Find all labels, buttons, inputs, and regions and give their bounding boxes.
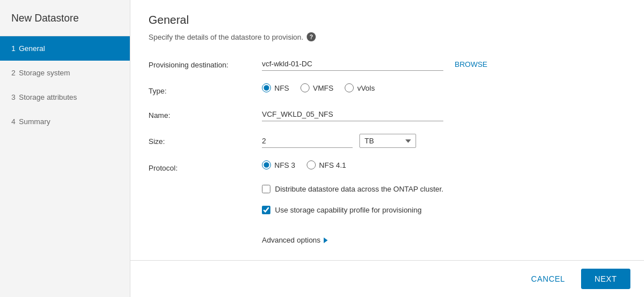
sidebar-title: New Datastore	[0, 0, 130, 36]
sidebar-item-summary[interactable]: 4 Summary	[0, 109, 130, 134]
footer: CANCEL NEXT	[130, 260, 644, 297]
advanced-spacer	[149, 234, 262, 237]
provisioning-row: Provisioning destination: BROWSE	[149, 57, 626, 71]
name-control	[262, 108, 626, 121]
chevron-right-icon	[324, 237, 328, 243]
advanced-options-label: Advanced options	[262, 236, 320, 244]
type-control: NFS VMFS vVols	[262, 83, 626, 92]
type-row: Type: NFS VMFS vVols	[149, 83, 626, 95]
main-panel: General Specify the details of the datas…	[130, 0, 644, 297]
checkbox-storage-row[interactable]: Use storage capability profile for provi…	[262, 206, 422, 214]
sidebar-item-storage-system[interactable]: 2 Storage system	[0, 61, 130, 85]
name-input[interactable]	[262, 108, 443, 121]
type-nfs-option[interactable]: NFS	[262, 83, 289, 92]
step-num-1: 1	[11, 44, 15, 53]
advanced-control: Advanced options	[262, 234, 626, 244]
provisioning-control: BROWSE	[262, 57, 626, 71]
checkbox-distribute-row[interactable]: Distribute datastore data across the ONT…	[262, 185, 443, 193]
protocol-control: NFS 3 NFS 4.1	[262, 160, 626, 169]
size-input[interactable]	[262, 134, 353, 148]
name-label: Name:	[149, 108, 262, 120]
subtitle: Specify the details of the datastore to …	[149, 32, 626, 41]
sidebar-label-storage-attributes: Storage attributes	[19, 93, 77, 101]
sidebar-label-general: General	[19, 44, 45, 53]
type-vmfs-radio[interactable]	[300, 83, 310, 92]
provisioning-input[interactable]	[262, 57, 443, 71]
step-num-4: 4	[11, 117, 15, 126]
type-vmfs-option[interactable]: VMFS	[300, 83, 333, 92]
sidebar-label-summary: Summary	[19, 117, 50, 126]
checkbox-storage[interactable]	[262, 206, 270, 214]
main-content: General Specify the details of the datas…	[130, 0, 644, 260]
type-nfs-radio[interactable]	[262, 83, 271, 92]
protocol-nfs41-option[interactable]: NFS 4.1	[307, 160, 346, 169]
checkboxes-spacer	[149, 185, 262, 188]
subtitle-text: Specify the details of the datastore to …	[149, 33, 303, 41]
type-radio-group: NFS VMFS vVols	[262, 83, 375, 92]
step-num-2: 2	[11, 69, 15, 77]
sidebar-label-storage-system: Storage system	[19, 69, 70, 77]
protocol-radio-group: NFS 3 NFS 4.1	[262, 160, 346, 169]
checkbox-distribute[interactable]	[262, 185, 270, 193]
type-vvols-radio[interactable]	[345, 83, 354, 92]
protocol-label: Protocol:	[149, 160, 262, 172]
protocol-row: Protocol: NFS 3 NFS 4.1	[149, 160, 626, 172]
sidebar-item-general[interactable]: 1 General	[0, 36, 130, 61]
sidebar-item-storage-attributes[interactable]: 3 Storage attributes	[0, 85, 130, 109]
size-control: MB GB TB	[262, 134, 626, 148]
next-button[interactable]: NEXT	[581, 269, 630, 289]
checkbox-storage-label: Use storage capability profile for provi…	[275, 206, 422, 214]
type-label: Type:	[149, 83, 262, 95]
protocol-nfs41-label: NFS 4.1	[319, 161, 346, 169]
size-unit-select[interactable]: MB GB TB	[359, 134, 416, 148]
sidebar: New Datastore 1 General 2 Storage system…	[0, 0, 130, 297]
advanced-options-row: Advanced options	[149, 234, 626, 244]
checkboxes-control: Distribute datastore data across the ONT…	[262, 185, 626, 221]
checkboxes-row: Distribute datastore data across the ONT…	[149, 185, 626, 221]
protocol-nfs3-option[interactable]: NFS 3	[262, 160, 295, 169]
size-row: Size: MB GB TB	[149, 134, 626, 148]
cancel-button[interactable]: CANCEL	[522, 270, 574, 288]
type-vvols-label: vVols	[357, 84, 375, 92]
provisioning-label: Provisioning destination:	[149, 57, 262, 69]
protocol-nfs41-radio[interactable]	[307, 160, 316, 169]
checkbox-distribute-label: Distribute datastore data across the ONT…	[275, 185, 443, 193]
protocol-nfs3-radio[interactable]	[262, 160, 271, 169]
browse-link[interactable]: BROWSE	[455, 60, 488, 69]
advanced-options-toggle[interactable]: Advanced options	[262, 236, 328, 244]
page-title: General	[149, 14, 626, 27]
name-row: Name:	[149, 108, 626, 121]
protocol-nfs3-label: NFS 3	[274, 161, 295, 169]
step-num-3: 3	[11, 93, 15, 101]
size-label: Size:	[149, 134, 262, 146]
type-nfs-label: NFS	[274, 84, 289, 92]
type-vvols-option[interactable]: vVols	[345, 83, 375, 92]
help-icon[interactable]: ?	[307, 32, 316, 41]
type-vmfs-label: VMFS	[313, 84, 333, 92]
